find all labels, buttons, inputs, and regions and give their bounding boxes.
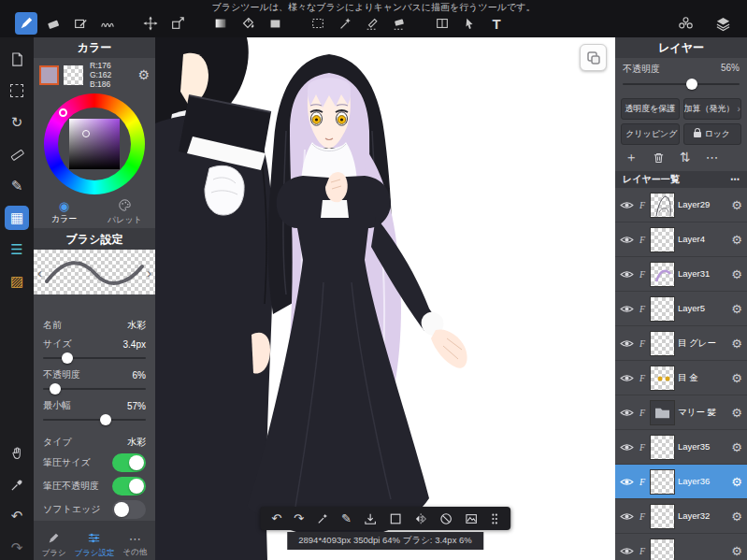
prev-brush-arrow[interactable]: ‹ [34, 250, 46, 294]
hue-cursor[interactable] [59, 108, 67, 117]
move-tool-button[interactable] [139, 12, 162, 35]
move-layer-icon[interactable]: ⇅ [680, 151, 691, 164]
redo-button[interactable]: ↷ [5, 536, 29, 560]
gear-icon[interactable]: ⚙ [729, 406, 744, 420]
tab-other[interactable]: ⋯ その他 [115, 521, 155, 560]
layer-row[interactable]: F ⚙ [615, 534, 747, 560]
layer-row[interactable]: F Layer31 ⚙ [615, 257, 747, 292]
hand-tool-button[interactable] [5, 440, 29, 465]
shape-brush-tool-button[interactable] [69, 12, 92, 35]
save-icon[interactable] [364, 512, 377, 525]
rotate-canvas-icon[interactable]: ↻ [5, 110, 29, 135]
brush-opacity-slider[interactable] [43, 382, 146, 395]
gear-icon[interactable]: ⚙ [729, 544, 744, 558]
layer-row[interactable]: F Layer4 ⚙ [615, 223, 747, 257]
layer-list-more-icon[interactable]: ⋯ [730, 171, 740, 188]
layers-panel-icon[interactable] [711, 12, 734, 35]
disable-draw-icon[interactable] [439, 512, 453, 525]
frame-icon[interactable] [389, 512, 402, 525]
ruler-icon[interactable] [5, 142, 29, 166]
bucket-tool-button[interactable] [237, 12, 259, 35]
gradient-tool-button[interactable] [209, 12, 232, 35]
visibility-eye-icon[interactable] [618, 269, 635, 280]
visibility-eye-icon[interactable] [618, 408, 635, 418]
pressure-size-toggle[interactable] [112, 453, 146, 472]
tab-color[interactable]: ◉ カラー [34, 196, 94, 228]
gear-icon[interactable]: ⚙ [729, 233, 744, 247]
decoration-brush-icon[interactable]: ✎ [5, 174, 29, 198]
tab-palette[interactable]: パレット [94, 196, 155, 228]
color-wheel[interactable] [34, 92, 155, 196]
eyedropper-tool-button[interactable] [5, 472, 29, 496]
add-layer-icon[interactable]: ＋ [625, 151, 638, 164]
slider-knob[interactable] [50, 383, 61, 395]
gear-icon[interactable]: ⚙ [729, 475, 744, 489]
soft-edge-toggle[interactable] [112, 500, 146, 519]
delete-layer-icon[interactable] [653, 151, 665, 164]
blend-mode-button[interactable]: 加算（発光） › [683, 98, 742, 120]
quick-pen-icon[interactable]: ✎ [341, 512, 352, 524]
transform-tool-button[interactable] [166, 12, 189, 35]
color-settings-gear-icon[interactable]: ⚙ [137, 68, 150, 81]
saturation-value-square[interactable] [69, 119, 120, 169]
palette-panel-button[interactable]: ▨ [5, 269, 29, 294]
gear-icon[interactable]: ⚙ [729, 371, 744, 385]
navigator-button[interactable] [580, 44, 607, 71]
layer-row[interactable]: F Layer32 ⚙ [615, 499, 747, 534]
hue-ring[interactable] [44, 93, 145, 194]
eraser-tool-button[interactable] [42, 12, 65, 35]
brush-tool-button[interactable] [15, 12, 37, 35]
pattern-brush-tool-button[interactable] [96, 12, 119, 35]
fill-rect-tool-button[interactable] [264, 12, 286, 35]
divide-tool-button[interactable] [431, 12, 453, 35]
quick-undo-icon[interactable]: ↶ [271, 512, 281, 524]
visibility-eye-icon[interactable] [618, 442, 635, 452]
layer-row[interactable]: F Layer29 ⚙ [615, 188, 747, 223]
snap-tool-icon[interactable] [316, 512, 329, 525]
gear-icon[interactable]: ⚙ [729, 337, 744, 351]
layer-opacity-slider[interactable] [623, 78, 740, 93]
material-image-icon[interactable] [465, 512, 478, 525]
layer-row[interactable]: F 目 金 ⚙ [615, 361, 747, 395]
slider-knob[interactable] [686, 79, 697, 90]
layer-row[interactable]: F Layer35 ⚙ [615, 430, 747, 465]
magic-wand-tool-button[interactable] [334, 12, 356, 35]
primary-color-swatch[interactable] [39, 65, 59, 85]
min-width-slider[interactable] [43, 413, 146, 426]
canvas-artwork[interactable] [155, 37, 615, 560]
layer-more-icon[interactable]: ⋯ [706, 151, 719, 164]
canvas-area[interactable]: ↶ ↷ ✎ 2894*4093px [155, 37, 615, 560]
undo-button[interactable]: ↶ [5, 504, 29, 528]
lock-button[interactable]: ロック [683, 123, 742, 145]
clipping-button[interactable]: クリッピング [621, 123, 680, 145]
gear-icon[interactable]: ⚙ [729, 267, 744, 281]
brush-size-slider[interactable] [43, 352, 146, 365]
next-brush-arrow[interactable]: › [143, 250, 155, 294]
select-pen-tool-button[interactable] [361, 12, 383, 35]
slider-knob[interactable] [100, 414, 111, 425]
tab-brush[interactable]: ブラシ [34, 521, 74, 560]
protect-alpha-button[interactable]: 透明度を保護 [621, 98, 680, 120]
layer-row[interactable]: F 目 グレー ⚙ [615, 326, 747, 361]
visibility-eye-icon[interactable] [618, 200, 635, 210]
gear-icon[interactable]: ⚙ [729, 440, 744, 454]
gear-icon[interactable]: ⚙ [729, 198, 744, 212]
secondary-color-swatch[interactable] [64, 65, 83, 85]
brush-library-icon[interactable] [674, 12, 697, 35]
flip-horizontal-icon[interactable] [414, 512, 427, 525]
quick-redo-icon[interactable]: ↷ [294, 512, 304, 524]
layer-row[interactable]: F Layer5 ⚙ [615, 292, 747, 326]
visibility-eye-icon[interactable] [618, 477, 635, 487]
visibility-eye-icon[interactable] [618, 546, 635, 556]
sv-cursor[interactable] [82, 130, 90, 137]
select-tool-button[interactable] [307, 12, 329, 35]
drag-handle-icon[interactable] [490, 512, 499, 525]
visibility-eye-icon[interactable] [618, 373, 635, 383]
material-panel-button[interactable]: ☰ [5, 237, 29, 262]
gear-icon[interactable]: ⚙ [729, 302, 744, 316]
select-eraser-tool-button[interactable] [388, 12, 410, 35]
layer-row-selected[interactable]: F Layer36 ⚙ [615, 465, 747, 499]
new-canvas-icon[interactable] [5, 47, 29, 71]
selection-panel-icon[interactable] [5, 79, 29, 103]
visibility-eye-icon[interactable] [618, 338, 635, 349]
